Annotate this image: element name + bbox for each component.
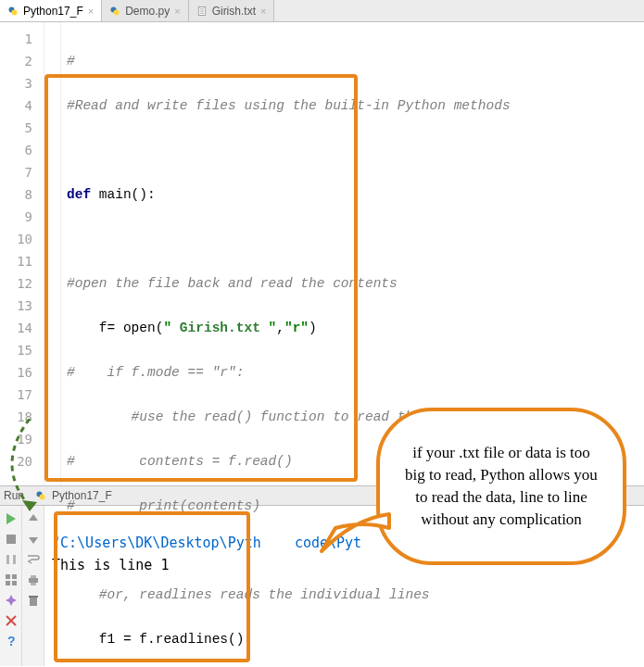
fold-column <box>44 22 61 485</box>
svg-rect-25 <box>31 583 36 585</box>
annotation-arrow-icon <box>2 419 44 511</box>
layout-icon[interactable] <box>4 573 19 587</box>
close-icon[interactable] <box>4 613 19 628</box>
svg-marker-28 <box>22 500 37 511</box>
close-icon[interactable]: × <box>174 6 180 17</box>
svg-text:?: ? <box>7 634 16 648</box>
help-icon[interactable]: ? <box>4 634 19 648</box>
up-arrow-icon[interactable] <box>26 511 41 526</box>
annotation-callout: if your .txt file or data is too big to … <box>376 408 626 565</box>
editor-tabs: Python17_F × Demo.py × Girish.txt × <box>0 0 644 22</box>
python-file-icon <box>109 6 120 17</box>
wrap-icon[interactable] <box>26 552 41 567</box>
callout-text: if your .txt file or data is too big to … <box>404 442 599 531</box>
tab-label: Girish.txt <box>212 5 256 18</box>
svg-point-1 <box>12 9 18 15</box>
line-number-gutter: 1 2 3 4 5 6 7 8 9 10 11 12 13 14 15 16 1… <box>0 22 44 485</box>
svg-rect-12 <box>6 555 9 564</box>
svg-rect-26 <box>30 598 37 606</box>
svg-rect-11 <box>6 535 16 544</box>
python-file-icon <box>7 6 19 17</box>
stop-icon[interactable] <box>4 532 19 547</box>
callout-tail-icon <box>317 510 391 556</box>
tab-python17[interactable]: Python17_F × <box>0 0 102 21</box>
pause-icon[interactable] <box>4 552 19 567</box>
svg-marker-22 <box>29 537 38 544</box>
svg-rect-13 <box>13 555 16 564</box>
tab-label: Python17_F <box>23 5 83 18</box>
text-file-icon <box>196 6 208 17</box>
svg-rect-23 <box>29 578 38 583</box>
svg-marker-21 <box>29 514 38 521</box>
play-icon[interactable] <box>4 511 19 526</box>
pin-icon[interactable] <box>4 593 19 608</box>
trash-icon[interactable] <box>26 593 41 608</box>
close-icon[interactable]: × <box>88 6 94 17</box>
down-arrow-icon[interactable] <box>26 532 41 547</box>
svg-point-3 <box>114 9 120 15</box>
execution-path: "C:\Users\DK\Desktop\Pyth code\Pyt <box>52 535 361 551</box>
tab-girish[interactable]: Girish.txt × <box>189 0 275 21</box>
tab-demo[interactable]: Demo.py × <box>102 0 188 21</box>
svg-rect-14 <box>6 574 10 579</box>
svg-rect-24 <box>31 575 36 578</box>
tab-label: Demo.py <box>125 5 170 18</box>
svg-marker-10 <box>6 513 16 524</box>
run-toolbar-left: ? <box>0 506 22 666</box>
print-icon[interactable] <box>26 573 41 587</box>
svg-rect-16 <box>6 581 10 585</box>
svg-rect-17 <box>12 581 17 585</box>
close-icon[interactable]: × <box>260 6 266 17</box>
run-toolbar-right <box>22 506 44 666</box>
svg-rect-15 <box>12 574 17 579</box>
svg-rect-27 <box>29 596 38 598</box>
